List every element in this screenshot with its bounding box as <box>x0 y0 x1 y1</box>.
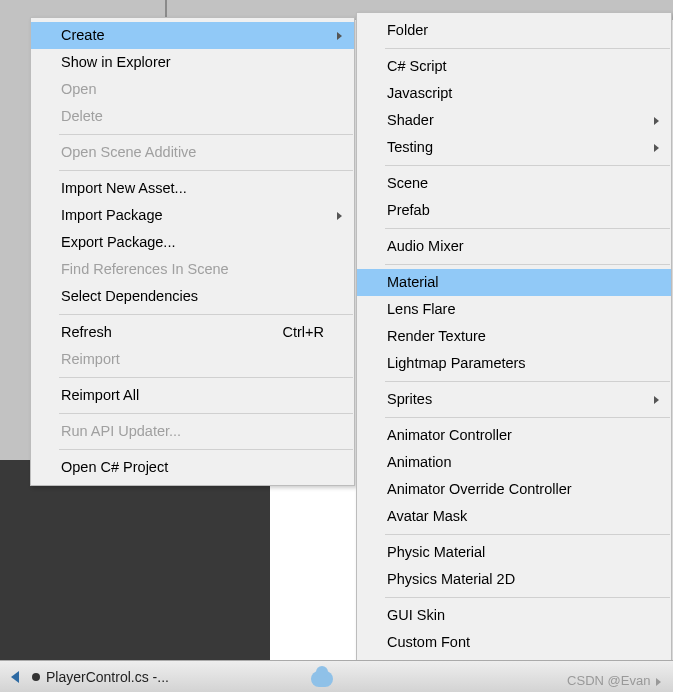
menu-item-label: Custom Font <box>387 634 470 650</box>
menu-item-label: Reimport <box>61 351 120 367</box>
menu-separator <box>385 381 670 382</box>
menu-item-label: Folder <box>387 22 428 38</box>
menu_primary-export-package[interactable]: Export Package... <box>31 229 354 256</box>
menu-item-label: Physic Material <box>387 544 485 560</box>
status-file-label[interactable]: PlayerControl.cs -... <box>46 669 169 685</box>
menu-separator <box>385 534 670 535</box>
menu-separator <box>385 597 670 598</box>
menu-separator <box>59 413 353 414</box>
menu-item-label: Reimport All <box>61 387 139 403</box>
menu_secondary-animation[interactable]: Animation <box>357 449 671 476</box>
menu-item-label: Export Package... <box>61 234 175 250</box>
watermark-text: CSDN @Evan <box>567 673 650 688</box>
menu_secondary-javascript[interactable]: Javascript <box>357 80 671 107</box>
divider <box>165 0 167 18</box>
menu_primary-select-dependencies[interactable]: Select Dependencies <box>31 283 354 310</box>
menu-item-label: Run API Updater... <box>61 423 181 439</box>
menu-item-label: Create <box>61 27 105 43</box>
menu-item-label: Animator Controller <box>387 427 512 443</box>
back-button[interactable] <box>4 666 26 688</box>
menu-separator <box>385 48 670 49</box>
menu-item-label: Animator Override Controller <box>387 481 572 497</box>
menu_primary-show-in-explorer[interactable]: Show in Explorer <box>31 49 354 76</box>
menu_secondary-animator-override-controller[interactable]: Animator Override Controller <box>357 476 671 503</box>
menu_secondary-c-script[interactable]: C# Script <box>357 53 671 80</box>
menu_secondary-prefab[interactable]: Prefab <box>357 197 671 224</box>
chevron-right-icon <box>654 117 659 125</box>
menu-item-label: Find References In Scene <box>61 261 229 277</box>
menu-item-label: Shader <box>387 112 434 128</box>
menu-separator <box>385 165 670 166</box>
menu-item-label: Import New Asset... <box>61 180 187 196</box>
menu_secondary-render-texture[interactable]: Render Texture <box>357 323 671 350</box>
menu_secondary-lightmap-parameters[interactable]: Lightmap Parameters <box>357 350 671 377</box>
menu-separator <box>385 417 670 418</box>
menu-separator <box>59 170 353 171</box>
menu_primary-find-references-in-scene: Find References In Scene <box>31 256 354 283</box>
menu-item-label: Refresh <box>61 324 112 340</box>
menu_primary-open-c-project[interactable]: Open C# Project <box>31 454 354 481</box>
menu-item-label: Animation <box>387 454 451 470</box>
menu-separator <box>59 314 353 315</box>
menu-separator <box>59 134 353 135</box>
menu-item-label: Select Dependencies <box>61 288 198 304</box>
menu_primary-reimport-all[interactable]: Reimport All <box>31 382 354 409</box>
menu_secondary-material[interactable]: Material <box>357 269 671 296</box>
menu-item-label: Lens Flare <box>387 301 456 317</box>
menu_primary-run-api-updater: Run API Updater... <box>31 418 354 445</box>
watermark: CSDN @Evan <box>567 673 661 688</box>
menu_secondary-scene[interactable]: Scene <box>357 170 671 197</box>
menu-item-label: Open <box>61 81 96 97</box>
back-icon <box>11 671 19 683</box>
menu_secondary-gui-skin[interactable]: GUI Skin <box>357 602 671 629</box>
menu-separator <box>385 228 670 229</box>
cloud-icon <box>311 671 333 687</box>
menu_primary-import-new-asset[interactable]: Import New Asset... <box>31 175 354 202</box>
menu-item-label: Testing <box>387 139 433 155</box>
menu_secondary-custom-font[interactable]: Custom Font <box>357 629 671 656</box>
menu_secondary-audio-mixer[interactable]: Audio Mixer <box>357 233 671 260</box>
menu_primary-import-package[interactable]: Import Package <box>31 202 354 229</box>
menu-item-label: Avatar Mask <box>387 508 467 524</box>
context-menu: CreateShow in ExplorerOpenDeleteOpen Sce… <box>30 17 355 486</box>
menu_primary-refresh[interactable]: RefreshCtrl+R <box>31 319 354 346</box>
menu-item-label: Open Scene Additive <box>61 144 196 160</box>
menu-item-shortcut: Ctrl+R <box>283 319 325 346</box>
menu_secondary-lens-flare[interactable]: Lens Flare <box>357 296 671 323</box>
chevron-right-icon <box>654 396 659 404</box>
menu-item-label: C# Script <box>387 58 447 74</box>
menu-separator <box>59 449 353 450</box>
arrow-icon <box>656 678 661 686</box>
menu-item-label: Lightmap Parameters <box>387 355 526 371</box>
menu_primary-open: Open <box>31 76 354 103</box>
menu-item-label: Sprites <box>387 391 432 407</box>
menu_primary-delete: Delete <box>31 103 354 130</box>
menu-separator <box>59 377 353 378</box>
menu_primary-create[interactable]: Create <box>31 22 354 49</box>
menu_secondary-shader[interactable]: Shader <box>357 107 671 134</box>
chevron-right-icon <box>337 32 342 40</box>
menu_secondary-physic-material[interactable]: Physic Material <box>357 539 671 566</box>
menu-item-label: Import Package <box>61 207 163 223</box>
menu-item-label: Scene <box>387 175 428 191</box>
menu-item-label: Physics Material 2D <box>387 571 515 587</box>
menu_secondary-sprites[interactable]: Sprites <box>357 386 671 413</box>
menu-item-label: GUI Skin <box>387 607 445 623</box>
menu_primary-reimport: Reimport <box>31 346 354 373</box>
preview-pane <box>0 460 270 660</box>
modified-dot-icon <box>32 673 40 681</box>
menu_secondary-physics-material-2d[interactable]: Physics Material 2D <box>357 566 671 593</box>
menu_secondary-avatar-mask[interactable]: Avatar Mask <box>357 503 671 530</box>
menu_secondary-testing[interactable]: Testing <box>357 134 671 161</box>
chevron-right-icon <box>654 144 659 152</box>
menu-item-label: Javascript <box>387 85 452 101</box>
menu-item-label: Open C# Project <box>61 459 168 475</box>
menu-item-label: Material <box>387 274 439 290</box>
menu-item-label: Prefab <box>387 202 430 218</box>
menu_secondary-folder[interactable]: Folder <box>357 17 671 44</box>
menu-item-label: Audio Mixer <box>387 238 464 254</box>
menu_secondary-animator-controller[interactable]: Animator Controller <box>357 422 671 449</box>
menu-separator <box>385 264 670 265</box>
menu-item-label: Show in Explorer <box>61 54 171 70</box>
menu-item-label: Delete <box>61 108 103 124</box>
